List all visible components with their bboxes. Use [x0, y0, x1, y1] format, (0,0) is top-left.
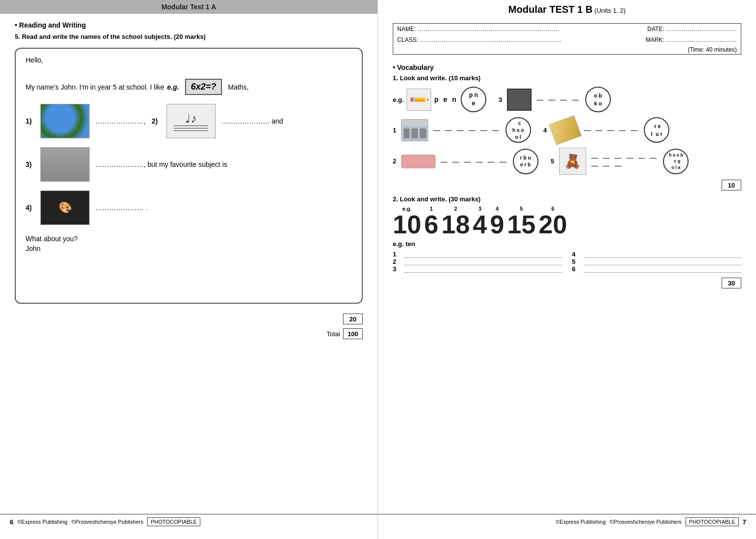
toys-circle: h o s b c go l a — [663, 149, 689, 174]
eg-ten: e.g. ten — [393, 240, 741, 248]
num2-dashes: — — — — — — — [441, 158, 507, 165]
pen-icon: ✏️ — [408, 89, 430, 111]
total-score: 100 — [343, 328, 363, 339]
ex2-title: 2. Look and write. (30 marks) — [393, 195, 741, 203]
nw-6-label: 6 — [572, 265, 581, 273]
letter-greeting: Hello, — [26, 56, 352, 64]
vocab-score-box: 10 — [393, 180, 741, 190]
item2-dots: ………………… and — [221, 117, 283, 125]
nw-2-label: 2 — [393, 258, 402, 265]
right-header-title: Modular TEST 1 B — [508, 4, 593, 15]
num-4: 4 9 — [490, 206, 504, 237]
vocab-row-1: e.g. ✏️ p e n p ne 3 — — — — o bk o — [393, 87, 741, 112]
nw-3-label: 3 — [393, 265, 402, 273]
total-row: Total 100 — [0, 328, 378, 339]
photocopiable-right: PHOTOCOPIABLE — [686, 517, 739, 526]
number-words: e.g. ten 1 2 3 — [393, 240, 741, 273]
num5-dashes2: — — — — [591, 161, 658, 169]
total-label: Total — [327, 330, 340, 338]
num3-dashes: — — — — — [536, 95, 580, 103]
num5-label: 5 — [551, 158, 554, 165]
nw-row-6: 6 — [572, 265, 741, 273]
num2-label: 2 — [393, 158, 396, 165]
school-circle: ch s oo l — [505, 117, 531, 143]
letter-closing: What about you? John — [26, 235, 352, 253]
ex1-title: 1. Look and write. (10 marks) — [393, 74, 741, 82]
vocab-score: 10 — [722, 180, 741, 190]
page-right: Modular TEST 1 B (Units 1, 2) NAME: …………… — [378, 0, 756, 539]
publisher2-left: ©Prosveshcheniye Publishers — [71, 519, 143, 525]
nw-row-3: 3 — [393, 265, 562, 273]
nw-left: 1 2 3 — [393, 251, 562, 273]
book-image — [507, 89, 532, 111]
pen-word: p e n — [434, 95, 458, 103]
right-content: Vocabulary 1. Look and write. (10 marks)… — [378, 59, 756, 288]
publisher1-left: ©Express Publishing — [17, 519, 67, 525]
item4-label: 4) — [26, 204, 35, 212]
item3-dots: …………………, but my favourite subject is — [95, 160, 227, 168]
line1-pre: My name's John. I'm in year 5 at school.… — [26, 83, 164, 91]
num-1-val: 6 — [424, 212, 439, 237]
right-header: Modular TEST 1 B (Units 1, 2) — [378, 0, 756, 19]
num3-label: 3 — [499, 96, 502, 103]
item-row-3: 3) …………………, but my favourite subject is — [26, 147, 352, 182]
nw-row-2: 2 — [393, 258, 562, 265]
pen-circle: p ne — [461, 87, 486, 112]
publisher2-right: ©Prosveshcheniye Publishers — [610, 519, 682, 525]
num1-label: 1 — [393, 127, 396, 134]
stones-image — [40, 147, 90, 182]
nw-3-dots — [405, 266, 562, 273]
toys-image: 🧸 — [559, 148, 586, 175]
left-exercise-title: 5. Read and write the names of the schoo… — [0, 33, 378, 40]
num5-dashes1: — — — — — — — [591, 154, 658, 161]
nw-row-5: 5 — [572, 258, 741, 265]
vocab-eg: e.g. ✏️ p e n p ne — [393, 87, 486, 112]
math-box: 6x2=? — [185, 79, 222, 95]
time-label: (Time: 40 minutes) — [567, 45, 741, 54]
painting-image: 🎨 — [40, 190, 90, 225]
letter-line1: My name's John. I'm in year 5 at school.… — [26, 79, 352, 95]
score-20: 20 — [343, 314, 363, 324]
ex2-score: 30 — [722, 278, 741, 288]
number-words-grid: 1 2 3 — [393, 251, 741, 273]
nw-4-dots — [584, 251, 741, 258]
item-row-4: 4) 🎨 ………………… . — [26, 190, 352, 225]
photocopiable-left: PHOTOCOPIABLE — [147, 517, 200, 526]
num-1: 1 6 — [424, 206, 439, 237]
num-2-val: 18 — [441, 212, 470, 237]
ruler-image — [549, 115, 582, 145]
nw-right: 4 5 6 — [572, 251, 741, 273]
eraser-circle: r b ue r b — [513, 149, 538, 174]
page-num-left: 6 — [10, 518, 13, 526]
left-section-title: Reading and Writing — [0, 21, 378, 29]
num-2: 2 18 — [441, 206, 470, 237]
eraser-image — [401, 155, 436, 168]
music-image: ♩♪ — [166, 104, 216, 138]
eg-label-vocab: e.g. — [393, 96, 404, 103]
vocab-section-title: Vocabulary — [393, 63, 741, 71]
page-left: Modular Test 1 A Reading and Writing 5. … — [0, 0, 378, 539]
num-5: 5 15 — [507, 206, 536, 237]
item-row-1-2: 1) …………………, 2) ♩♪ ………………… and — [26, 104, 352, 138]
num-5-val: 15 — [507, 212, 536, 237]
item4-dots: ………………… . — [95, 204, 148, 212]
closing2: John — [26, 245, 352, 253]
right-header-sub: (Units 1, 2) — [595, 7, 626, 14]
footer-right: ©Express Publishing ©Prosveshcheniye Pub… — [378, 514, 756, 529]
nw-5-dots — [584, 258, 741, 265]
nw-4-label: 4 — [572, 251, 581, 258]
num1-dashes: — — — — — — — [433, 126, 500, 134]
nw-1-dots — [405, 251, 562, 258]
date-label: DATE: ……………………………… — [567, 24, 741, 34]
num-3-val: 4 — [473, 212, 487, 237]
school-image — [401, 119, 428, 141]
left-header: Modular Test 1 A — [0, 0, 378, 14]
nw-row-4: 4 — [572, 251, 741, 258]
eg-label: e.g. — [167, 83, 179, 91]
earth-image — [40, 104, 90, 138]
big-numbers-row: e.g. 10 1 6 2 18 3 4 4 9 — [393, 206, 741, 237]
pen-image: ✏️ — [407, 89, 431, 111]
nw-6-dots — [584, 266, 741, 273]
num4-label: 4 — [543, 127, 547, 134]
nw-row-1: 1 — [393, 251, 562, 258]
